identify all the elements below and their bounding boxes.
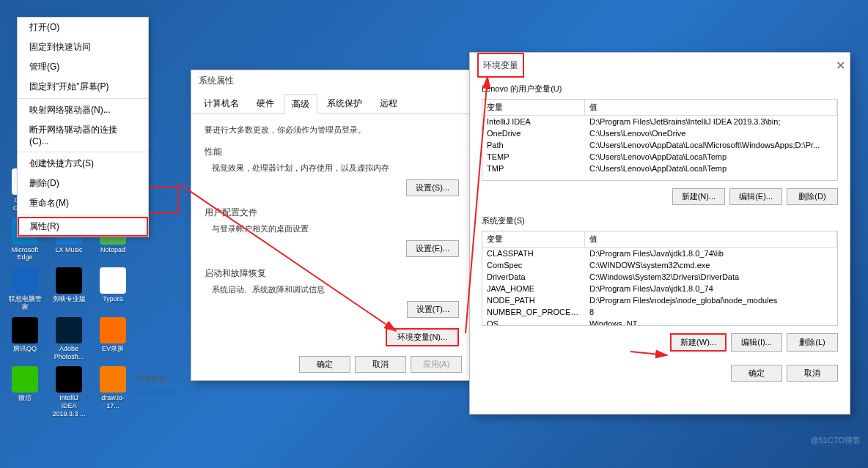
app-icon — [56, 267, 82, 294]
table-row[interactable]: ComSpecC:\WINDOWS\system32\cmd.exe — [482, 259, 837, 271]
context-menu-item[interactable]: 映射网络驱动器(N)... — [18, 100, 148, 120]
col-variable[interactable]: 变量 — [482, 231, 585, 247]
startup-header: 启动和故障恢复 — [205, 267, 459, 280]
user-delete-button[interactable]: 删除(D) — [787, 188, 838, 205]
sysprop-title: 系统属性 — [191, 70, 472, 91]
env-variables-button[interactable]: 环境变量(N)... — [386, 328, 459, 346]
tab-advanced[interactable]: 高级 — [284, 94, 317, 114]
table-row[interactable]: OneDriveC:\Users\Lenovo\OneDrive — [482, 127, 837, 139]
desktop-icon[interactable]: IntelliJ IDEA 2019.3.3 ... — [51, 366, 87, 417]
user-new-button[interactable]: 新建(N)... — [672, 188, 725, 205]
table-row[interactable]: NODE_PATHD:\Program Files\nodejs\node_gl… — [482, 294, 837, 306]
admin-notice: 要进行大多数更改，你必须作为管理员登录。 — [205, 125, 459, 135]
sys-vars-label: 系统变量(S) — [482, 215, 838, 226]
icon-label: IntelliJ IDEA 2019.3.3 ... — [51, 394, 87, 417]
icon-label: draw.io-17... — [95, 394, 130, 410]
context-menu-item[interactable]: 属性(R) — [18, 217, 148, 237]
desktop-icon[interactable]: Typora — [95, 267, 130, 311]
envvar-title-bar: 环境变量 ✕ — [470, 53, 850, 73]
var-name: DriverData — [482, 272, 585, 282]
close-icon[interactable]: ✕ — [836, 56, 845, 76]
col-variable[interactable]: 变量 — [482, 100, 585, 115]
app-icon — [12, 317, 38, 343]
table-row[interactable]: PathC:\Users\Lenovo\AppData\Local\Micros… — [482, 139, 837, 151]
sys-edit-button[interactable]: 编辑(I)... — [731, 333, 782, 352]
context-menu-item[interactable]: 管理(G) — [18, 57, 148, 77]
startup-settings-button[interactable]: 设置(T)... — [407, 301, 459, 318]
sysprop-apply-button[interactable]: 应用(A) — [411, 356, 462, 373]
col-value[interactable]: 值 — [585, 231, 837, 247]
system-properties-window: 系统属性 计算机名 硬件 高级 系统保护 远程 要进行大多数更改，你必须作为管理… — [191, 70, 473, 381]
profile-header: 用户配置文件 — [205, 207, 459, 219]
perf-header: 性能 — [205, 146, 459, 158]
app-icon — [100, 267, 126, 294]
sysprop-tabs: 计算机名 硬件 高级 系统保护 远程 — [191, 91, 472, 114]
sys-delete-button[interactable]: 删除(L) — [787, 333, 838, 352]
var-name: NUMBER_OF_PROCESSORS — [482, 307, 585, 317]
watermark: @51CTO博客 — [811, 435, 861, 446]
security-link[interactable]: 安全和维护 — [135, 387, 175, 398]
var-value: C:\Users\Lenovo\AppData\Local\Microsoft\… — [585, 140, 837, 150]
table-row[interactable]: DriverDataC:\Windows\System32\Drivers\Dr… — [482, 271, 837, 283]
context-menu: 打开(O)固定到快速访问管理(G)固定到"开始"屏幕(P)映射网络驱动器(N).… — [17, 17, 149, 237]
envvar-title: 环境变量 — [477, 53, 524, 78]
var-name: IntelliJ IDEA — [482, 116, 585, 127]
desktop-icon[interactable]: 微信 — [7, 366, 43, 417]
app-icon — [12, 366, 38, 393]
table-row[interactable]: IntelliJ IDEAD:\Program Files\JetBrains\… — [482, 116, 837, 127]
user-vars-table[interactable]: 变量 值 IntelliJ IDEAD:\Program Files\JetBr… — [482, 99, 838, 181]
context-menu-item[interactable]: 固定到快速访问 — [18, 37, 148, 57]
profile-settings-button[interactable]: 设置(E)... — [406, 240, 459, 257]
table-row[interactable]: TEMPC:\Users\Lenovo\AppData\Local\Temp — [482, 151, 837, 163]
context-menu-item[interactable]: 断开网络驱动器的连接(C)... — [18, 120, 148, 150]
desktop-icon[interactable]: 腾讯QQ — [7, 317, 43, 361]
env-variables-window: 环境变量 ✕ Lenovo 的用户变量(U) 变量 值 IntelliJ IDE… — [469, 52, 850, 415]
user-edit-button[interactable]: 编辑(E)... — [729, 188, 782, 205]
see-also-label: 另请参阅 — [135, 374, 175, 385]
var-name: OS — [482, 319, 585, 326]
var-value: Windows_NT — [585, 319, 837, 326]
tab-remote[interactable]: 远程 — [372, 94, 405, 114]
tab-hardware[interactable]: 硬件 — [249, 94, 282, 114]
sys-vars-table[interactable]: 变量 值 CLASSPATHD:\Program Files\Java\jdk1… — [482, 231, 838, 326]
icon-label: Microsoft Edge — [7, 246, 43, 262]
context-menu-item[interactable]: 创建快捷方式(S) — [18, 154, 148, 174]
sysprop-ok-button[interactable]: 确定 — [299, 356, 350, 373]
tab-computer-name[interactable]: 计算机名 — [196, 94, 247, 114]
sysprop-cancel-button[interactable]: 取消 — [355, 356, 406, 373]
app-icon — [56, 317, 82, 343]
desktop-icon[interactable]: draw.io-17... — [95, 366, 130, 417]
desktop-icon[interactable]: EV录屏 — [95, 317, 130, 361]
table-row[interactable]: CLASSPATHD:\Program Files\Java\jdk1.8.0_… — [482, 248, 837, 259]
icon-label: Adobe Photosh... — [51, 345, 87, 361]
app-icon — [56, 366, 82, 393]
var-value: D:\Program Files\Java\jdk1.8.0_74\lib — [585, 248, 837, 259]
context-menu-item[interactable]: 删除(D) — [18, 174, 148, 193]
col-value[interactable]: 值 — [585, 100, 837, 115]
var-value: C:\Users\Lenovo\AppData\Local\Temp — [585, 163, 837, 174]
table-row[interactable]: NUMBER_OF_PROCESSORS8 — [482, 306, 837, 318]
envvar-ok-button[interactable]: 确定 — [731, 365, 782, 382]
sys-new-button[interactable]: 新建(W)... — [670, 333, 727, 352]
perf-settings-button[interactable]: 设置(S)... — [406, 179, 459, 196]
table-row[interactable]: TMPC:\Users\Lenovo\AppData\Local\Temp — [482, 163, 837, 174]
var-value: C:\Windows\System32\Drivers\DriverData — [585, 272, 837, 282]
desktop-icon[interactable]: 联想电脑管家 — [7, 267, 43, 311]
var-name: NODE_PATH — [482, 295, 585, 305]
envvar-cancel-button[interactable]: 取消 — [787, 365, 838, 382]
tab-sysprotect[interactable]: 系统保护 — [319, 94, 370, 114]
context-menu-item[interactable]: 重命名(M) — [18, 193, 148, 213]
var-name: Path — [482, 140, 585, 150]
context-menu-item[interactable]: 打开(O) — [18, 18, 148, 37]
icon-label: LX Music — [55, 246, 82, 254]
table-row[interactable]: JAVA_HOMED:\Program Files\Java\jdk1.8.0_… — [482, 283, 837, 294]
desktop-icon[interactable]: 剪映专业版 — [51, 267, 87, 311]
context-menu-item[interactable]: 固定到"开始"屏幕(P) — [18, 77, 148, 97]
icon-label: 腾讯QQ — [13, 345, 37, 353]
var-name: JAVA_HOME — [482, 283, 585, 294]
app-icon — [12, 267, 38, 294]
desktop-icon[interactable]: Adobe Photosh... — [51, 317, 87, 361]
var-value: C:\Users\Lenovo\OneDrive — [585, 128, 837, 138]
table-row[interactable]: OSWindows_NT — [482, 318, 837, 326]
var-name: OneDrive — [482, 128, 585, 138]
